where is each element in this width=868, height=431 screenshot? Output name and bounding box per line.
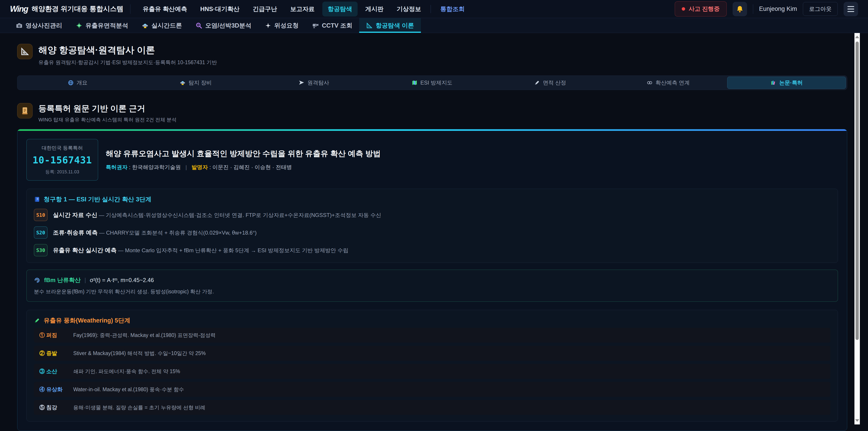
sub-navigation-bar: 영상사진관리 유출유면적분석 실시간드론 오염/선박3D분석 위성요청 CCTV…	[0, 18, 868, 33]
vertical-scrollbar[interactable]	[855, 33, 860, 425]
section-title-group: 등록특허 원문 기반 이론 근거 WING 탑재 유출유 확산예측 시스템의 특…	[38, 103, 177, 123]
logout-button[interactable]: 로그아웃	[803, 2, 838, 16]
weathering-row: ④ 유상화 Water-in-oil. Mackay et al.(1980) …	[34, 382, 831, 397]
patent-number: 10-1567431	[33, 155, 92, 166]
star-icon	[265, 22, 271, 29]
tab-forecast-link[interactable]: 확산예측 연계	[609, 76, 727, 89]
divider	[431, 5, 431, 13]
tab-esi-map[interactable]: ESI 방제지도	[373, 76, 491, 89]
incident-status-badge[interactable]: 사고 진행중	[675, 1, 727, 17]
nav-item-aerial-search[interactable]: 항공탐색	[322, 2, 358, 17]
section-header: 등록특허 원문 기반 이론 근거 WING 탑재 유출유 확산예측 시스템의 특…	[17, 103, 847, 123]
step-name: 유출유 확산 실시간 예측	[53, 247, 117, 254]
nav-item-emergency-rescue[interactable]: 긴급구난	[247, 2, 283, 17]
weathering-stage-desc: 용해·미생물 분해. 질량 손실률 = 초기 누유량에 선형 비례	[73, 404, 206, 411]
step-desc: — Monte Carlo 입자추적 + fBm 난류확산 + 풍화 5단계 →…	[118, 247, 348, 253]
ufo-icon	[180, 80, 186, 86]
fbm-panel: fBm 난류확산 | σ²(t) = A·tᵐ, m=0.45~2.46 분수 …	[26, 270, 838, 302]
tab-papers-patents[interactable]: 논문·특허	[727, 76, 846, 89]
subtab-cctv-view[interactable]: CCTV 조회	[305, 18, 359, 33]
theory-tabstrip: 개요 탐지 장비 원격탐사 ESI 방제지도 면적 산정 확산예측 연계 논문·…	[17, 75, 847, 90]
card-gradient-border	[18, 129, 847, 131]
app-logo[interactable]: Wing 해양환경 위기대응 통합시스템	[10, 4, 123, 14]
subtab-label: 영상사진관리	[26, 22, 62, 30]
weathering-stage-desc: 쇄파 기인. 파도에너지·풍속 함수. 전체 약 15%	[73, 368, 180, 375]
section-title: 등록특허 원문 기반 이론 근거	[38, 103, 177, 114]
tab-label: 면적 산정	[543, 79, 566, 86]
tab-label: 논문·특허	[779, 79, 803, 86]
nav-item-weather-info[interactable]: 기상정보	[391, 2, 427, 17]
section-icon-box	[17, 103, 33, 118]
tab-overview[interactable]: 개요	[19, 76, 137, 89]
owner-label: 특허권자	[106, 164, 127, 170]
globe-icon	[68, 80, 74, 86]
subtab-pollution-ship-3d[interactable]: 오염/선박3D분석	[189, 18, 258, 33]
blue-book-icon	[34, 196, 40, 203]
notifications-button[interactable]	[733, 2, 747, 16]
subtab-realtime-drone[interactable]: 실시간드론	[135, 18, 189, 33]
tab-remote-sensing[interactable]: 원격탐사	[255, 76, 373, 89]
scrollbar-thumb[interactable]	[856, 41, 859, 340]
tab-area-calculation[interactable]: 면적 산정	[491, 76, 609, 89]
triangle-ruler-icon	[20, 47, 30, 56]
nav-item-reports[interactable]: 보고자료	[285, 2, 320, 17]
subtab-satellite-request[interactable]: 위성요청	[258, 18, 305, 33]
step-code-badge: S10	[34, 209, 48, 221]
subtab-oil-area-analysis[interactable]: 유출유면적분석	[69, 18, 135, 33]
topnav-right-group: 사고 진행중 Eunjeong Kim 로그아웃	[675, 1, 858, 17]
books-icon	[770, 80, 776, 86]
patent-1-badge: 대한민국 등록특허 10-1567431 등록: 2015.11.03	[26, 139, 98, 181]
claim-step-row: S10 실시간 자료 수신 — 기상예측시스템·위성영상수신시스템·검조소 인터…	[34, 209, 831, 221]
inventor-label: 발명자	[191, 164, 208, 170]
section-subtitle: WING 탑재 유출유 확산예측 시스템의 특허 원전 2건 전체 분석	[38, 116, 177, 123]
camera-icon	[16, 22, 23, 29]
subtab-aerial-search-theory[interactable]: 항공탐색 이론	[359, 18, 421, 33]
page-header: 해양 항공탐색·원격탐사 이론 유출유 원격탐지·항공감시 기법·ESI 방제정…	[17, 44, 847, 66]
tab-label: 탐지 장비	[188, 79, 212, 86]
patent-card-1: 대한민국 등록특허 10-1567431 등록: 2015.11.03 해양 유…	[17, 129, 847, 431]
user-name: Eunjeong Kim	[759, 5, 797, 12]
tab-label: 개요	[76, 79, 88, 86]
tab-detection-equipment[interactable]: 탐지 장비	[137, 76, 255, 89]
brand-title: 해양환경 위기대응 통합시스템	[32, 4, 124, 13]
plane-icon	[299, 80, 305, 86]
nav-item-oil-spill-forecast[interactable]: 유출유 확산예측	[137, 2, 193, 17]
weathering-stage-name: ⑤ 침강	[39, 404, 73, 411]
nav-item-board[interactable]: 게시판	[360, 2, 389, 17]
page-title: 해양 항공탐색·원격탐사 이론	[38, 44, 217, 56]
step-code-badge: S30	[34, 244, 48, 256]
subtab-label: 유출유면적분석	[86, 22, 128, 30]
subtab-label: 위성요청	[274, 22, 299, 30]
nav-item-hns-diffusion[interactable]: HNS·대기확산	[195, 2, 245, 17]
weathering-row: ① 퍼짐 Fay(1969): 중력-관성력. Mackay et al.(19…	[34, 328, 831, 343]
page-subtitle: 유출유 원격탐지·항공감시 기법·ESI 방제정보지도·등록특허 10-1567…	[38, 59, 217, 66]
owner-value: : 한국해양과학기술원	[129, 164, 181, 170]
drone-icon	[142, 22, 149, 29]
subtab-label: 항공탐색 이론	[376, 22, 414, 30]
brand-mark: Wing	[10, 4, 28, 14]
weathering-stage-desc: Stiver & Mackay(1984) 해석적 방법. 수일~10일간 약 …	[73, 350, 206, 357]
scroll-icon	[20, 106, 29, 115]
tab-label: ESI 방제지도	[421, 79, 452, 86]
scroll-up-arrow-icon[interactable]	[855, 36, 859, 38]
weathering-stage-name: ③ 소산	[39, 368, 73, 375]
hamburger-icon	[847, 6, 854, 12]
patent-1-title-group: 해양 유류오염사고 발생시 효율적인 방제방안 수립을 위한 유출유 확산 예측…	[106, 149, 381, 171]
subtab-photo-management[interactable]: 영상사진관리	[9, 18, 69, 33]
tab-label: 확산예측 연계	[655, 79, 690, 86]
triangle-ruler-icon	[366, 22, 373, 29]
step-text: 유출유 확산 실시간 예측 — Monte Carlo 입자추적 + fBm 난…	[53, 246, 348, 254]
tab-label: 원격탐사	[307, 79, 329, 86]
nav-item-integrated-search[interactable]: 통합조회	[435, 2, 470, 17]
subtab-label: CCTV 조회	[322, 22, 352, 30]
incident-badge-label: 사고 진행중	[689, 5, 720, 13]
claim-panel-header: 청구항 1 — ESI 기반 실시간 확산 3단계	[34, 195, 831, 204]
spiral-icon	[34, 277, 40, 283]
step-name: 조류·취송류 예측	[53, 229, 98, 236]
scroll-down-arrow-icon[interactable]	[855, 419, 859, 422]
menu-button[interactable]	[844, 2, 858, 16]
inventor-value: : 이문진 · 김혜진 · 이승현 · 전태병	[209, 164, 292, 170]
step-code-badge: S20	[34, 226, 48, 239]
patent-1-header: 대한민국 등록특허 10-1567431 등록: 2015.11.03 해양 유…	[26, 139, 838, 181]
weathering-row: ⑤ 침강 용해·미생물 분해. 질량 손실률 = 초기 누유량에 선형 비례	[34, 400, 831, 415]
